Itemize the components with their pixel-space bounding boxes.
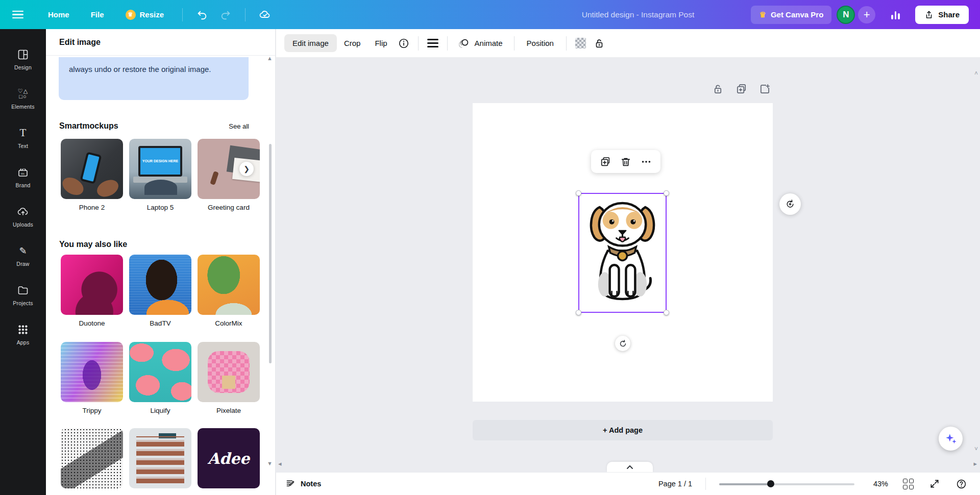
mockup-tile-laptop[interactable]: YOUR DESIGN HERE Laptop 5 — [129, 139, 191, 211]
effect-thumbnail[interactable] — [61, 255, 123, 315]
sidebar-item-uploads[interactable]: Uploads — [0, 196, 46, 236]
duplicate-page-button[interactable] — [734, 82, 748, 95]
effect-thumbnail[interactable] — [129, 255, 191, 315]
scrollbar-thumb[interactable] — [269, 144, 272, 363]
scroll-right-arrow[interactable]: ▸ — [973, 460, 977, 467]
animate-button[interactable]: Animate — [453, 33, 509, 54]
delete-element-button[interactable] — [618, 154, 634, 170]
grid-view-button[interactable] — [901, 477, 915, 490]
notes-button[interactable]: Notes — [285, 479, 321, 489]
scroll-down-caret[interactable]: ▼ — [267, 460, 273, 466]
effect-thumbnail[interactable] — [198, 255, 260, 315]
sidebar-label: Draw — [16, 261, 29, 267]
get-canva-pro-button[interactable]: ♛ Get Canva Pro — [751, 6, 831, 24]
redo-icon — [220, 9, 231, 20]
home-button[interactable]: Home — [39, 6, 79, 23]
divider — [418, 36, 419, 51]
resize-handle-bottom-right[interactable] — [664, 310, 669, 315]
share-button[interactable]: Share — [915, 6, 969, 24]
tab-flip[interactable]: Flip — [368, 34, 394, 52]
effect-tile-glitch[interactable] — [129, 428, 191, 493]
tab-crop[interactable]: Crop — [337, 34, 368, 52]
effect-thumbnail[interactable]: Adee — [198, 428, 260, 488]
resize-button[interactable]: ♛ Resize — [116, 5, 174, 24]
resize-handle-top-right[interactable] — [664, 190, 669, 196]
scroll-left-arrow[interactable]: ◂ — [278, 460, 282, 467]
main-menu-icon[interactable] — [12, 11, 23, 19]
help-button[interactable] — [954, 477, 968, 490]
resize-handle-top-left[interactable] — [576, 190, 581, 196]
see-all-link[interactable]: See all — [229, 122, 249, 130]
effect-tile-duotone[interactable]: Duotone — [61, 255, 123, 327]
duplicate-element-button[interactable] — [597, 154, 614, 170]
position-button[interactable]: Position — [520, 34, 561, 52]
effect-thumbnail[interactable] — [61, 342, 123, 402]
laptop-screen-text: YOUR DESIGN HERE — [140, 148, 180, 175]
adee-logo-text: Adee — [208, 450, 250, 467]
apps-icon — [17, 323, 29, 336]
rotate-handle[interactable] — [615, 336, 630, 351]
effect-thumbnail[interactable] — [129, 428, 191, 488]
suggest-alternatives-button[interactable] — [779, 193, 801, 215]
canvas-scroll-down[interactable]: ˅ — [974, 445, 978, 453]
adjust-button[interactable] — [424, 34, 442, 53]
expand-bottom-panel-tab[interactable] — [607, 462, 653, 472]
canvas-area[interactable]: + Add page ◂ ▸ ˄ ˅ — [276, 58, 980, 472]
effect-tile-adee[interactable]: Adee — [198, 428, 260, 493]
canva-assistant-button[interactable] — [939, 427, 963, 451]
add-page-icon-button[interactable] — [758, 82, 771, 95]
effect-tile-halftone[interactable] — [61, 428, 123, 493]
insights-button[interactable] — [885, 5, 906, 25]
zoom-slider[interactable] — [719, 480, 854, 487]
slider-thumb[interactable] — [767, 480, 774, 487]
sidebar-item-brand[interactable]: co. Brand — [0, 157, 46, 196]
more-options-button[interactable] — [638, 154, 654, 170]
add-page-button[interactable]: + Add page — [473, 420, 773, 440]
effect-tile-badtv[interactable]: BadTV — [129, 255, 191, 327]
avatar[interactable]: N — [837, 6, 855, 24]
effect-tile-colormix[interactable]: ColorMix — [198, 255, 260, 327]
add-page-icon — [759, 83, 771, 95]
effect-tile-liquify[interactable]: Liquify — [129, 342, 191, 414]
lock-page-button[interactable] — [711, 82, 724, 95]
fullscreen-button[interactable] — [928, 477, 941, 490]
scroll-up-caret[interactable]: ▲ — [267, 55, 273, 61]
file-button[interactable]: File — [82, 6, 113, 23]
add-member-button[interactable]: + — [858, 6, 875, 23]
get-pro-label: Get Canva Pro — [771, 10, 823, 19]
sidebar-item-apps[interactable]: Apps — [0, 314, 46, 354]
transparency-button[interactable] — [572, 34, 590, 53]
redo-button[interactable] — [215, 5, 236, 25]
mockup-tile-greeting-card[interactable]: Greeting card — [198, 139, 260, 211]
sidebar-item-text[interactable]: T Text — [0, 118, 46, 157]
tab-edit-image[interactable]: Edit image — [284, 34, 337, 52]
cloud-check-icon — [259, 9, 271, 21]
sidebar-item-elements[interactable]: ♡△□○ Elements — [0, 79, 46, 118]
effect-tile-trippy[interactable]: Trippy — [61, 342, 123, 414]
cloud-save-status-button[interactable] — [255, 5, 275, 25]
effect-thumbnail[interactable] — [61, 428, 123, 488]
zoom-level[interactable]: 43% — [868, 480, 888, 488]
panel-scrollbar[interactable]: ▲ ▼ — [268, 57, 273, 491]
page-indicator[interactable]: Page 1 / 1 — [658, 480, 692, 488]
lock-button[interactable] — [590, 34, 608, 53]
image-info-button[interactable] — [395, 34, 413, 53]
resize-handle-bottom-left[interactable] — [576, 310, 581, 315]
panel-body[interactable]: always undo or restore the original imag… — [46, 56, 276, 495]
undo-button[interactable] — [192, 5, 212, 25]
carousel-next-button[interactable]: ❯ — [239, 162, 254, 176]
design-title[interactable]: Untitled design - Instagram Post — [531, 10, 745, 19]
effect-thumbnail[interactable] — [198, 342, 260, 402]
canvas-scroll-up[interactable]: ˄ — [974, 70, 978, 77]
sidebar-item-projects[interactable]: Projects — [0, 275, 46, 314]
sidebar-item-design[interactable]: Design — [0, 39, 46, 79]
mockup-tile-phone[interactable]: Phone 2 — [61, 139, 123, 211]
effect-thumbnail[interactable] — [129, 342, 191, 402]
context-toolbar: Edit image Crop Flip Animate Position — [276, 29, 980, 58]
mockup-thumbnail[interactable]: YOUR DESIGN HERE — [129, 139, 191, 199]
effect-tile-pixelate[interactable]: Pixelate — [198, 342, 260, 414]
grid-view-icon — [903, 479, 914, 489]
mockup-thumbnail[interactable] — [61, 139, 123, 199]
selected-image-element[interactable] — [578, 193, 667, 313]
sidebar-item-draw[interactable]: ✎ Draw — [0, 236, 46, 275]
